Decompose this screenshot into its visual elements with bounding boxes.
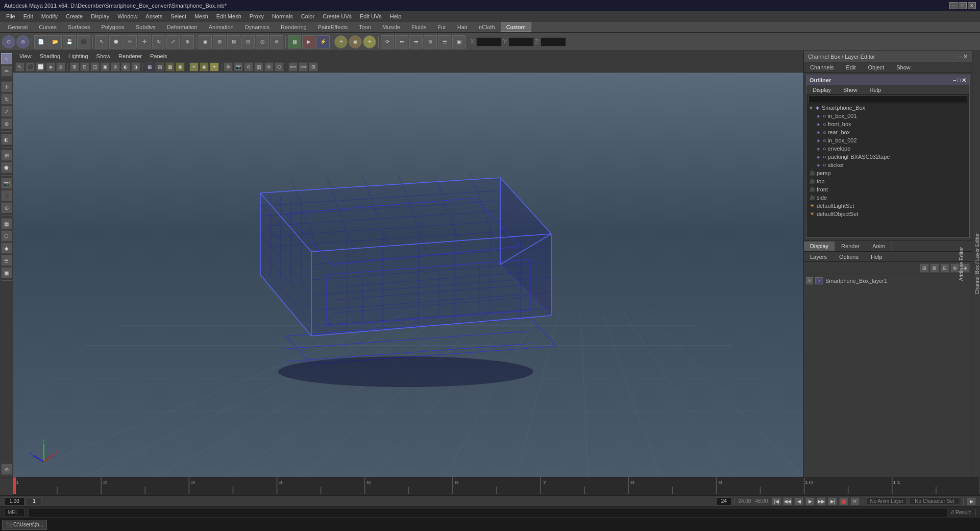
layer-menu-options[interactable]: Options <box>835 253 863 261</box>
vp-display3[interactable]: ◑ <box>131 62 140 71</box>
shelf-tab-toon[interactable]: Toon <box>353 22 377 32</box>
tool-select[interactable]: ↖ <box>1 53 12 64</box>
tree-item-inbox002[interactable]: ◈ ○ in_box_002 <box>806 136 969 144</box>
tool-camera2[interactable]: 🎥 <box>1 190 12 201</box>
coord-z[interactable] <box>541 37 566 46</box>
channels-menu-edit[interactable]: Edit <box>842 63 860 71</box>
menu-assets[interactable]: Assets <box>141 12 166 20</box>
playback-end-field[interactable] <box>716 497 731 505</box>
transport-next-frame[interactable]: ▶▶ <box>817 497 826 505</box>
shelf-icon-light3[interactable]: ✦ <box>363 35 376 49</box>
frame-start-field[interactable] <box>4 497 24 505</box>
tool-show-manip[interactable]: ⊞ <box>1 150 12 161</box>
vp-camera[interactable]: 📷 <box>234 62 243 71</box>
tree-item-envelope[interactable]: ◈ ○ envelope <box>806 144 969 153</box>
menu-edituvs[interactable]: Edit UVs <box>356 12 386 20</box>
outliner-maximize[interactable]: □ <box>957 77 961 84</box>
char-set-label[interactable]: No Character Set <box>909 497 960 505</box>
tool-soft[interactable]: ◐ <box>1 134 12 145</box>
status-command-field[interactable] <box>29 508 947 517</box>
tool-move[interactable]: ✛ <box>1 81 12 92</box>
vpmenu-shading[interactable]: Shading <box>36 52 64 60</box>
shelf-icon-lasso[interactable]: ⬟ <box>109 35 122 49</box>
maximize-button[interactable]: □ <box>959 2 967 9</box>
vp-light3[interactable]: ✦ <box>210 62 219 71</box>
vp-pick4[interactable]: ◎ <box>56 62 65 71</box>
tool-paint[interactable]: ✏ <box>1 65 12 77</box>
vp-pick2[interactable]: ⬜ <box>36 62 45 71</box>
tool-camera[interactable]: 📷 <box>1 178 12 189</box>
layer-btn-1[interactable]: ⊞ <box>920 263 929 273</box>
shelf-tab-curves[interactable]: Curves <box>33 22 62 32</box>
outliner-close[interactable]: ✕ <box>962 77 966 84</box>
shelf-tab-surfaces[interactable]: Surfaces <box>62 22 95 32</box>
transport-loop[interactable]: ⟳ <box>850 497 860 505</box>
tool-render2[interactable]: ⬡ <box>1 230 12 242</box>
shelf-icon-universal[interactable]: ⊕ <box>181 35 194 49</box>
viewport-3d[interactable]: .wire { stroke: #3333cc; stroke-width: 1… <box>13 73 803 477</box>
shelf-icon-maya2[interactable]: ⊚ <box>16 35 30 49</box>
outliner-menu-show[interactable]: Show <box>839 86 862 94</box>
shelf-icon-light1[interactable]: ☀ <box>334 35 348 49</box>
vp-extra1[interactable]: ⟸ <box>288 62 298 71</box>
vp-extra3[interactable]: ⊞ <box>309 62 318 71</box>
outliner-search-input[interactable] <box>808 95 967 103</box>
vp-extra2[interactable]: ⟹ <box>299 62 308 71</box>
shelf-icon-snap5[interactable]: ⊛ <box>270 35 283 49</box>
menu-window[interactable]: Window <box>113 12 141 20</box>
outliner-minimize[interactable]: – <box>953 77 956 84</box>
tree-item-defaultlightset[interactable]: ☀ defaultLightSet <box>806 202 969 210</box>
shelf-tab-polygons[interactable]: Polygons <box>95 22 130 32</box>
shelf-tab-animation[interactable]: Animation <box>203 22 239 32</box>
menu-createuvs[interactable]: Create UVs <box>318 12 356 20</box>
vpmenu-panels[interactable]: Panels <box>146 52 172 60</box>
vp-shade1[interactable]: ▦ <box>145 62 154 71</box>
vp-pick3[interactable]: ◈ <box>46 62 55 71</box>
channels-menu-show[interactable]: Show <box>892 63 915 71</box>
vp-smooth[interactable]: ▣ <box>101 62 110 71</box>
shelf-tab-painteffects[interactable]: PaintEffects <box>312 22 354 32</box>
tool-render[interactable]: ▦ <box>1 218 12 229</box>
shelf-icon-snap6[interactable]: ⊗ <box>424 35 437 49</box>
layer-visibility[interactable]: V <box>806 277 813 284</box>
vpmenu-renderer[interactable]: Renderer <box>114 52 146 60</box>
tool-camera3[interactable]: ⊙ <box>1 202 12 213</box>
vpmenu-lighting[interactable]: Lighting <box>64 52 92 60</box>
menu-editmesh[interactable]: Edit Mesh <box>212 12 246 20</box>
vp-aa[interactable]: ⊚ <box>264 62 274 71</box>
cb-minimize[interactable]: – <box>959 53 962 60</box>
shelf-tab-general[interactable]: General <box>2 22 33 32</box>
shelf-icon-paint[interactable]: ✏ <box>124 35 137 49</box>
tool-scale[interactable]: ⤢ <box>1 106 12 117</box>
shelf-tab-rendering[interactable]: Rendering <box>275 22 312 32</box>
tree-item-smartphonebox[interactable]: ▼ ◈ Smartphone_Box <box>806 104 969 112</box>
transport-go-end[interactable]: ▶| <box>828 497 837 505</box>
tree-item-defaultobjectset[interactable]: ☀ defaultObjectSet <box>806 210 969 218</box>
vp-frame-sel[interactable]: ⊟ <box>80 62 89 71</box>
channels-menu-channels[interactable]: Channels <box>806 63 838 71</box>
menu-proxy[interactable]: Proxy <box>246 12 268 20</box>
shelf-icon-open[interactable]: 📂 <box>48 35 62 49</box>
shelf-icon-light2[interactable]: ◉ <box>349 35 362 49</box>
outliner-menu-display[interactable]: Display <box>808 86 835 94</box>
shelf-tab-deformation[interactable]: Deformation <box>161 22 203 32</box>
vpmenu-show[interactable]: Show <box>92 52 115 60</box>
tree-item-persp[interactable]: 🎥 persp <box>806 169 969 177</box>
vp-frame-all[interactable]: ⊞ <box>70 62 79 71</box>
transport-prev-key[interactable]: ◀◀ <box>783 497 792 505</box>
shelf-tab-fur[interactable]: Fur <box>432 22 452 32</box>
tool-extra[interactable]: ⊘ <box>1 464 12 475</box>
tree-item-front[interactable]: 🎥 front <box>806 185 969 194</box>
tree-item-sticker[interactable]: ◈ ○ sticker <box>806 161 969 169</box>
vp-light2[interactable]: ◉ <box>200 62 209 71</box>
menu-help[interactable]: Help <box>386 12 406 20</box>
tree-item-top[interactable]: 🎥 top <box>806 177 969 185</box>
layer-tab-anim[interactable]: Anim <box>866 242 892 251</box>
shelf-tab-custom[interactable]: Custom <box>501 22 531 32</box>
transport-go-start[interactable]: |◀ <box>772 497 781 505</box>
menu-edit[interactable]: Edit <box>19 12 37 20</box>
shelf-icon-history[interactable]: ⟳ <box>381 35 394 49</box>
transport-play-fwd[interactable]: ▶ <box>805 497 815 505</box>
layer-menu-help[interactable]: Help <box>867 253 887 261</box>
tree-item-packingtape[interactable]: ◈ ○ packingFBXASC032tape <box>806 153 969 161</box>
